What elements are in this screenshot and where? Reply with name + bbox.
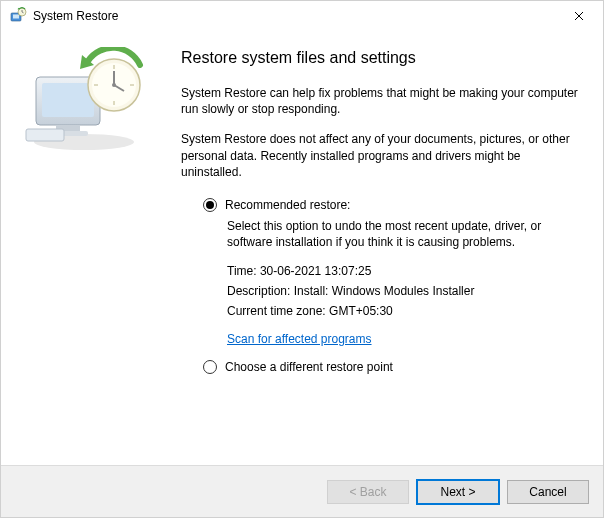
desc-value: Install: Windows Modules Installer (294, 284, 475, 298)
restore-description: Description: Install: Windows Modules In… (227, 284, 583, 298)
svg-point-18 (112, 83, 116, 87)
scan-affected-programs-link[interactable]: Scan for affected programs (227, 332, 372, 346)
system-restore-icon (9, 7, 27, 25)
wizard-footer: < Back Next > Cancel (1, 465, 603, 517)
titlebar: System Restore (1, 1, 603, 31)
desc-label: Description: (227, 284, 290, 298)
next-button[interactable]: Next > (417, 480, 499, 504)
radio-recommended-label: Recommended restore: (225, 198, 350, 212)
close-icon (574, 11, 584, 21)
radio-recommended[interactable] (203, 198, 217, 212)
restore-time: Time: 30-06-2021 13:07:25 (227, 264, 583, 278)
recommended-description: Select this option to undo the most rece… (227, 218, 583, 250)
close-button[interactable] (557, 1, 601, 31)
restore-timezone: Current time zone: GMT+05:30 (227, 304, 583, 318)
radio-choose-different[interactable] (203, 360, 217, 374)
radio-choose-different-label: Choose a different restore point (225, 360, 393, 374)
svg-rect-1 (13, 15, 19, 19)
svg-rect-6 (42, 83, 94, 117)
cancel-button[interactable]: Cancel (507, 480, 589, 504)
wizard-body: Restore system files and settings System… (1, 31, 603, 465)
restore-options: Recommended restore: Select this option … (181, 198, 583, 374)
content-pane: Restore system files and settings System… (173, 31, 603, 465)
illustration-pane (1, 31, 173, 465)
svg-rect-9 (26, 129, 64, 141)
page-heading: Restore system files and settings (181, 49, 583, 67)
intro-paragraph-2: System Restore does not affect any of yo… (181, 131, 583, 180)
restore-illustration (22, 47, 152, 157)
back-button: < Back (327, 480, 409, 504)
time-value: 30-06-2021 13:07:25 (260, 264, 371, 278)
intro-paragraph-1: System Restore can help fix problems tha… (181, 85, 583, 117)
option-recommended-restore[interactable]: Recommended restore: (203, 198, 583, 212)
tz-value: GMT+05:30 (329, 304, 393, 318)
window-title: System Restore (33, 9, 118, 23)
tz-label: Current time zone: (227, 304, 326, 318)
option-choose-different[interactable]: Choose a different restore point (203, 360, 583, 374)
time-label: Time: (227, 264, 257, 278)
